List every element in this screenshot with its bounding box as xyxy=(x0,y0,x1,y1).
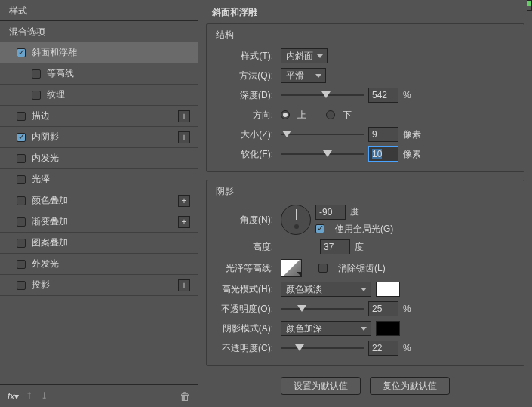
style-checkbox[interactable] xyxy=(17,281,26,290)
antialias-checkbox[interactable] xyxy=(318,264,328,273)
direction-label: 方向: xyxy=(214,109,276,122)
size-input[interactable]: 9 xyxy=(368,127,398,142)
style-row-4[interactable]: 内阴影 xyxy=(0,127,198,148)
highlight-mode-label: 高光模式(H): xyxy=(214,283,276,296)
move-up-icon[interactable]: 🠕 xyxy=(25,391,34,402)
style-label: 样式(T): xyxy=(214,50,276,63)
style-checkbox[interactable] xyxy=(17,133,26,142)
style-row-2[interactable]: 纹理 xyxy=(0,85,198,106)
depth-input[interactable]: 542 xyxy=(368,88,398,103)
sidebar-footer: fx▾ 🠕 🠗 🗑 xyxy=(0,384,198,407)
add-effect-button[interactable] xyxy=(178,131,190,143)
style-row-0[interactable]: 斜面和浮雕 xyxy=(0,42,198,63)
add-effect-button[interactable] xyxy=(178,279,190,291)
antialias-label: 消除锯齿(L) xyxy=(338,262,386,275)
style-row-6[interactable]: 光泽 xyxy=(0,169,198,190)
styles-sidebar: 样式 混合选项 斜面和浮雕等高线纹理描边内阴影内发光光泽颜色叠加渐变叠加图案叠加… xyxy=(0,0,198,407)
highlight-opacity-unit: % xyxy=(403,304,421,314)
soften-input[interactable]: 10 xyxy=(368,146,398,162)
style-label: 外发光 xyxy=(32,257,59,270)
style-row-5[interactable]: 内发光 xyxy=(0,148,198,169)
style-checkbox[interactable] xyxy=(17,217,26,227)
contour-picker[interactable] xyxy=(281,259,302,277)
style-label: 等高线 xyxy=(47,67,74,80)
highlight-mode-select[interactable]: 颜色减淡 xyxy=(281,282,371,297)
style-label: 光泽 xyxy=(32,173,50,186)
sidebar-header: 样式 xyxy=(0,0,198,21)
angle-label: 角度(N): xyxy=(214,214,276,227)
method-select[interactable]: 平滑 xyxy=(281,68,326,83)
contour-label: 光泽等高线: xyxy=(214,262,276,275)
style-checkbox[interactable] xyxy=(17,154,26,163)
style-row-10[interactable]: 外发光 xyxy=(0,254,198,275)
angle-input[interactable]: -90 xyxy=(315,205,346,220)
blend-options-title[interactable]: 混合选项 xyxy=(0,21,198,42)
style-list: 斜面和浮雕等高线纹理描边内阴影内发光光泽颜色叠加渐变叠加图案叠加外发光投影 xyxy=(0,42,198,384)
global-light-checkbox[interactable] xyxy=(315,224,324,233)
highlight-color-swatch[interactable] xyxy=(376,282,400,297)
shadow-mode-select[interactable]: 颜色加深 xyxy=(281,321,371,336)
style-checkbox[interactable] xyxy=(17,239,26,248)
direction-up-label: 上 xyxy=(297,109,306,122)
style-label: 描边 xyxy=(32,109,50,122)
size-label: 大小(Z): xyxy=(214,128,276,141)
shadow-opacity-input[interactable]: 22 xyxy=(368,341,398,356)
structure-title: 结构 xyxy=(216,29,516,42)
style-label: 颜色叠加 xyxy=(32,194,68,207)
altitude-unit: 度 xyxy=(355,241,364,254)
move-down-icon[interactable]: 🠗 xyxy=(40,391,49,402)
style-row-9[interactable]: 图案叠加 xyxy=(0,233,198,254)
altitude-input[interactable]: 37 xyxy=(320,239,350,254)
direction-up-radio[interactable] xyxy=(281,110,290,119)
style-checkbox[interactable] xyxy=(32,69,41,79)
add-effect-button[interactable] xyxy=(178,110,190,122)
highlight-opacity-input[interactable]: 25 xyxy=(368,301,398,316)
angle-unit: 度 xyxy=(350,205,359,218)
global-light-label: 使用全局光(G) xyxy=(335,223,393,236)
angle-dial[interactable] xyxy=(281,205,311,235)
make-default-button[interactable]: 设置为默认值 xyxy=(281,377,361,395)
style-checkbox[interactable] xyxy=(17,175,26,184)
soften-slider[interactable] xyxy=(281,149,364,159)
style-row-1[interactable]: 等高线 xyxy=(0,63,198,85)
style-row-3[interactable]: 描边 xyxy=(0,106,198,127)
style-label: 投影 xyxy=(32,279,50,291)
highlight-opacity-slider[interactable] xyxy=(281,304,364,314)
style-select[interactable]: 内斜面 xyxy=(281,48,328,63)
add-effect-button[interactable] xyxy=(178,216,190,228)
style-checkbox[interactable] xyxy=(17,48,26,57)
highlight-opacity-label: 不透明度(O): xyxy=(214,303,276,316)
shading-title: 阴影 xyxy=(216,185,516,198)
shadow-color-swatch[interactable] xyxy=(376,321,400,336)
method-label: 方法(Q): xyxy=(214,69,276,82)
style-checkbox[interactable] xyxy=(17,112,26,121)
trash-icon[interactable]: 🗑 xyxy=(180,390,190,402)
style-label: 内发光 xyxy=(32,152,59,165)
style-row-7[interactable]: 颜色叠加 xyxy=(0,190,198,211)
panel-title: 斜面和浮雕 xyxy=(206,5,524,20)
add-effect-button[interactable] xyxy=(178,195,190,207)
shadow-mode-label: 阴影模式(A): xyxy=(214,322,276,335)
style-row-8[interactable]: 渐变叠加 xyxy=(0,211,198,233)
depth-slider[interactable] xyxy=(281,90,364,100)
shading-group: 阴影 角度(N): -90 度 使用全局光(G) 高度: 37 度 光泽等高线 xyxy=(206,180,524,366)
style-checkbox[interactable] xyxy=(17,196,26,205)
shadow-opacity-slider[interactable] xyxy=(281,343,364,353)
fx-label[interactable]: fx▾ xyxy=(8,391,19,402)
soften-label: 软化(F): xyxy=(214,148,276,161)
depth-unit: % xyxy=(403,90,421,100)
button-row: 设置为默认值 复位为默认值 xyxy=(206,377,524,395)
style-row-11[interactable]: 投影 xyxy=(0,275,198,296)
shadow-opacity-unit: % xyxy=(403,343,421,353)
style-label: 斜面和浮雕 xyxy=(32,46,77,59)
direction-down-radio[interactable] xyxy=(326,110,335,119)
reset-default-button[interactable]: 复位为默认值 xyxy=(370,377,450,395)
size-unit: 像素 xyxy=(403,128,421,141)
soften-unit: 像素 xyxy=(403,148,421,161)
style-checkbox[interactable] xyxy=(32,91,41,100)
style-checkbox[interactable] xyxy=(17,260,26,269)
settings-panel: 斜面和浮雕 结构 样式(T): 内斜面 方法(Q): 平滑 深度(D): 542… xyxy=(198,0,532,407)
direction-down-label: 下 xyxy=(343,109,352,122)
size-slider[interactable] xyxy=(281,129,364,140)
shadow-opacity-label: 不透明度(C): xyxy=(214,342,276,355)
